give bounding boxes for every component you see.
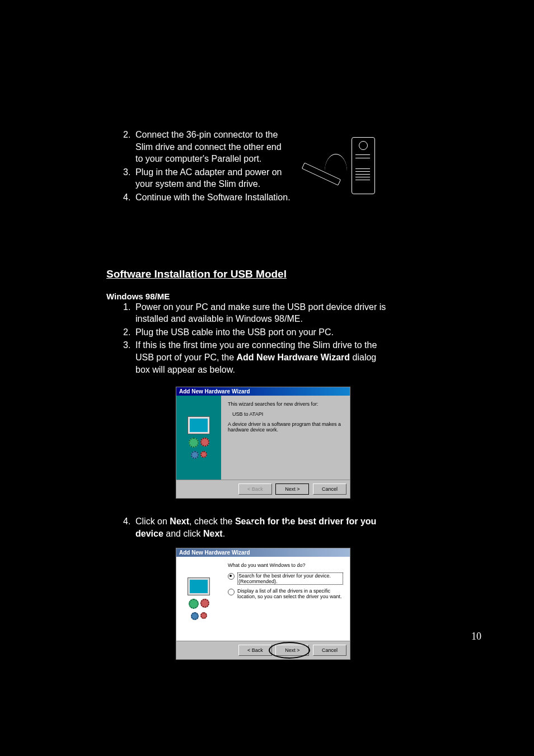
drive-slot-icon [355,154,370,155]
gears-icon [189,599,209,609]
hardware-steps-list: 2. Connect the 36-pin connector to the S… [123,129,291,204]
text-fragment: . [223,529,225,538]
monitor-icon [188,416,210,434]
gear-icon [191,612,199,620]
list-item: 3. Plug in the AC adapter and power on y… [123,166,291,190]
item-number: 4. [123,515,135,539]
item-number: 3. [123,166,135,190]
dialog-titlebar: Add New Hardware Wizard [176,548,350,557]
drive-slot-icon [355,174,370,175]
tower-icon [352,137,375,194]
dialog-text: This wizard searches for new drivers for… [228,401,343,407]
os-heading: Windows 98/ME [106,292,420,301]
list-item: 2. Connect the 36-pin connector to the S… [123,129,291,165]
item-number: 3. [123,339,135,375]
dialog-body: What do you want Windows to do? Search f… [176,557,350,641]
item-number: 2. [123,326,135,339]
gear-icon [189,599,199,609]
device-name: USB to ATAPI [232,411,343,417]
dialog-content: This wizard searches for new drivers for… [221,396,350,480]
gear-icon [189,438,199,448]
drive-slot-icon [355,168,370,169]
item-text: Plug the USB cable into the USB port on … [135,326,386,339]
list-item: 3. If this is the first time you are con… [123,339,386,375]
cable-curve-icon [325,154,347,171]
document-page: 2. Connect the 36-pin connector to the S… [106,129,420,660]
item-number: 1. [123,301,135,325]
add-hardware-wizard-dialog-1: Add New Hardware Wizard This wizard sear… [176,387,350,499]
drive-slot-icon [355,171,370,172]
bold-text: Next [203,529,223,538]
dialog-body: This wizard searches for new drivers for… [176,396,350,480]
gear-icon [200,438,209,447]
drive-slot-icon [355,158,370,158]
cancel-button[interactable]: Cancel [313,483,346,495]
next-button[interactable]: Next > [275,483,309,495]
add-hardware-wizard-dialog-2: Add New Hardware Wizard What do you want… [176,548,350,660]
gears-icon [189,438,209,448]
annotation-ellipse [249,511,291,528]
item-text: Plug in the AC adapter and power on your… [135,166,291,190]
power-button-icon [359,141,368,150]
drive-slot-icon [355,177,370,177]
radio-option-list[interactable]: Display a list of all the drivers in a s… [228,588,343,599]
radio-icon [228,573,235,580]
text-fragment: Click on [135,516,170,526]
back-button[interactable]: < Back [238,645,272,656]
gear-icon [200,612,207,619]
radio-option-recommended[interactable]: Search for the best driver for your devi… [228,572,343,585]
radio-label: Search for the best driver for your devi… [237,572,343,585]
bold-text: Add New Hardware Wizard [237,353,350,362]
gears-icon [191,451,207,459]
item-text: If this is the first time you are connec… [135,339,386,375]
dialog-titlebar: Add New Hardware Wizard [176,387,350,396]
monitor-icon [188,577,210,595]
section-title: Software Installation for USB Model [106,268,420,280]
dialog-content: What do you want Windows to do? Search f… [221,557,350,641]
dialog-graphic-panel [176,557,221,641]
list-item: 2. Plug the USB cable into the USB port … [123,326,386,339]
item-number: 4. [123,191,135,204]
dialog-button-row: < Back Next > Cancel [176,641,350,659]
radio-icon [228,589,235,595]
item-text: Connect the 36-pin connector to the Slim… [135,129,291,165]
page-number: 10 [471,631,481,642]
gear-icon [200,599,209,608]
gear-icon [191,451,199,459]
radio-label: Display a list of all the drivers in a s… [237,588,343,599]
dialog-button-row: < Back Next > Cancel [176,480,350,498]
list-item: 1. Power on your PC and make sure the US… [123,301,386,325]
usb-steps-list: 1. Power on your PC and make sure the US… [123,301,386,376]
computer-illustration [301,137,385,199]
drive-slot-icon [355,180,370,180]
gear-icon [200,451,207,458]
dialog-prompt: What do you want Windows to do? [228,562,343,568]
cancel-button[interactable]: Cancel [313,645,346,656]
item-number: 2. [123,129,135,165]
item-text: Power on your PC and make sure the USB p… [135,301,386,325]
text-fragment: , check the [189,516,235,526]
bold-text: Next [170,516,189,526]
dialog-graphic-panel [176,396,221,480]
gears-icon [191,612,207,620]
back-button[interactable]: < Back [238,483,272,495]
text-fragment: and click [163,529,203,538]
dialog-text: A device driver is a software program th… [228,421,343,433]
